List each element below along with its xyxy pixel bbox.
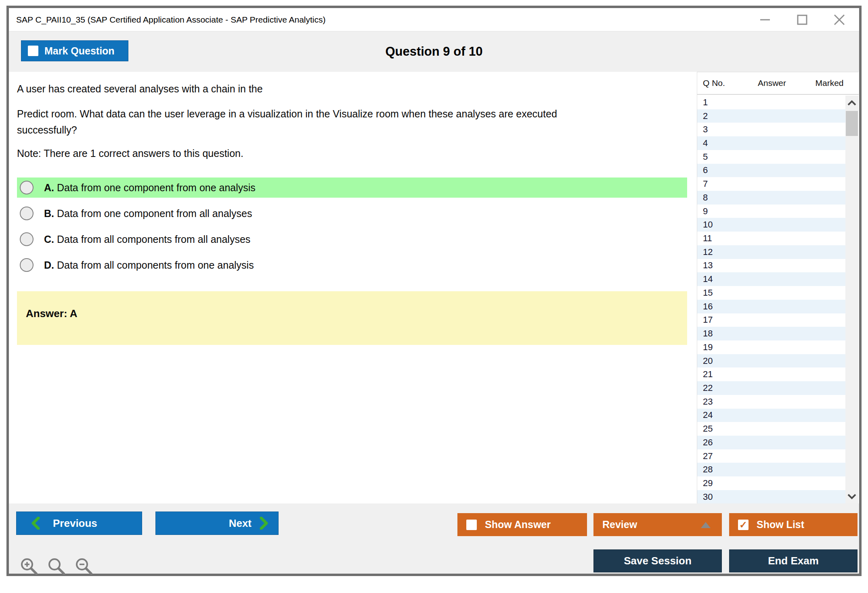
show-answer-button[interactable]: Show Answer	[457, 513, 587, 536]
list-item[interactable]: 10	[697, 218, 846, 232]
scroll-down-icon[interactable]	[845, 489, 858, 504]
review-button[interactable]: Review	[593, 513, 722, 536]
list-item[interactable]: 15	[697, 286, 846, 300]
option-b-letter: B.	[44, 208, 54, 219]
titlebar: SAP C_PAII10_35 (SAP Certified Applicati…	[9, 8, 859, 31]
question-list-panel: Q No. Answer Marked 12345678910111213141…	[697, 72, 858, 503]
zoom-out-icon[interactable]	[74, 557, 94, 576]
question-list-scrollbar[interactable]	[845, 96, 858, 504]
mark-question-checkbox[interactable]	[28, 46, 38, 56]
question-counter: Question 9 of 10	[9, 31, 859, 72]
list-item[interactable]: 7	[697, 177, 846, 191]
option-c-text: Data from all components from all analys…	[57, 234, 250, 245]
list-item[interactable]: 19	[697, 340, 846, 354]
list-item[interactable]: 16	[697, 300, 846, 313]
chevron-left-icon	[31, 517, 40, 530]
check-icon: ✓	[739, 520, 747, 530]
question-text-line2b: successfully?	[17, 122, 663, 138]
show-list-checkbox[interactable]: ✓	[738, 520, 748, 530]
option-c[interactable]: C. Data from all components from all ana…	[17, 229, 687, 249]
next-label: Next	[229, 517, 252, 530]
show-list-button[interactable]: ✓ Show List	[729, 513, 858, 536]
list-item[interactable]: 9	[697, 205, 846, 218]
triangle-up-icon	[701, 522, 711, 528]
app-window: SAP C_PAII10_35 (SAP Certified Applicati…	[6, 6, 862, 576]
list-item[interactable]: 5	[697, 150, 846, 164]
list-item[interactable]: 20	[697, 354, 846, 368]
review-label: Review	[602, 519, 637, 530]
list-item[interactable]: 22	[697, 381, 846, 395]
option-d-text: Data from all components from one analys…	[57, 259, 254, 271]
question-text-line1: A user has created several analyses with…	[17, 81, 263, 97]
list-item[interactable]: 8	[697, 191, 846, 205]
option-a-text: Data from one component from one analysi…	[57, 182, 256, 193]
zoom-reset-icon[interactable]	[47, 557, 66, 576]
list-item[interactable]: 27	[697, 449, 846, 463]
option-a-radio[interactable]	[20, 181, 34, 194]
question-note: Note: There are 1 correct answers to thi…	[17, 145, 243, 161]
option-c-radio[interactable]	[20, 232, 34, 246]
show-list-label: Show List	[757, 519, 804, 530]
list-item[interactable]: 3	[697, 123, 846, 136]
window-title: SAP C_PAII10_35 (SAP Certified Applicati…	[16, 15, 326, 25]
list-item[interactable]: 18	[697, 327, 846, 340]
option-b-radio[interactable]	[20, 207, 34, 220]
column-answer: Answer	[744, 78, 800, 88]
list-item[interactable]: 17	[697, 313, 846, 327]
previous-label: Previous	[53, 517, 97, 530]
list-item[interactable]: 4	[697, 136, 846, 150]
list-item[interactable]: 14	[697, 272, 846, 286]
scroll-up-icon[interactable]	[845, 96, 858, 110]
option-a[interactable]: A. Data from one component from one anal…	[17, 177, 687, 198]
next-button[interactable]: Next	[155, 512, 279, 535]
list-item[interactable]: 30	[697, 490, 846, 504]
question-text-line2a: Predict room. What data can the user lev…	[17, 106, 663, 122]
list-item[interactable]: 6	[697, 164, 846, 177]
show-answer-label: Show Answer	[485, 519, 551, 530]
option-b-text: Data from one component from all analyse…	[57, 208, 252, 219]
option-c-letter: C.	[44, 234, 54, 245]
option-d[interactable]: D. Data from all components from one ana…	[17, 255, 687, 275]
zoom-in-icon[interactable]	[19, 557, 39, 576]
list-item[interactable]: 21	[697, 367, 846, 381]
list-item[interactable]: 24	[697, 409, 846, 422]
answer-label: Answer: A	[26, 307, 78, 320]
minimize-icon[interactable]	[759, 14, 771, 26]
option-d-radio[interactable]	[20, 258, 34, 272]
column-marked: Marked	[800, 78, 859, 88]
end-exam-button[interactable]: End Exam	[729, 549, 858, 572]
list-item[interactable]: 28	[697, 463, 846, 476]
list-item[interactable]: 25	[697, 422, 846, 436]
option-a-letter: A.	[44, 182, 54, 193]
options-list: A. Data from one component from one anal…	[17, 177, 687, 281]
list-item[interactable]: 12	[697, 245, 846, 259]
list-item[interactable]: 1	[697, 96, 846, 109]
maximize-icon[interactable]	[796, 14, 808, 26]
save-session-label: Save Session	[624, 555, 692, 567]
end-exam-label: End Exam	[768, 555, 819, 567]
question-list-rows: 1234567891011121314151617181920212223242…	[697, 96, 846, 504]
list-item[interactable]: 29	[697, 476, 846, 490]
option-d-letter: D.	[44, 259, 54, 271]
save-session-button[interactable]: Save Session	[593, 549, 722, 572]
question-text-line2: Predict room. What data can the user lev…	[17, 106, 663, 138]
option-b[interactable]: B. Data from one component from all anal…	[17, 203, 687, 223]
close-icon[interactable]	[833, 14, 845, 26]
list-item[interactable]: 2	[697, 109, 846, 123]
bottom-bar: Previous Next Show Answer Review ✓ Show …	[9, 503, 859, 574]
column-qno: Q No.	[697, 78, 744, 88]
list-item[interactable]: 11	[697, 232, 846, 245]
question-area: A user has created several analyses with…	[9, 72, 696, 503]
mark-question-button[interactable]: Mark Question	[21, 40, 128, 61]
mark-question-label: Mark Question	[44, 45, 115, 57]
list-item[interactable]: 23	[697, 395, 846, 409]
previous-button[interactable]: Previous	[16, 512, 142, 535]
scrollbar-thumb[interactable]	[846, 111, 858, 136]
list-item[interactable]: 13	[697, 259, 846, 273]
window-controls	[759, 8, 845, 31]
zoom-tools	[19, 557, 94, 576]
header-band: Question 9 of 10 Mark Question	[9, 31, 859, 72]
list-item[interactable]: 26	[697, 436, 846, 449]
show-answer-checkbox[interactable]	[466, 520, 477, 530]
chevron-right-icon	[260, 517, 268, 530]
